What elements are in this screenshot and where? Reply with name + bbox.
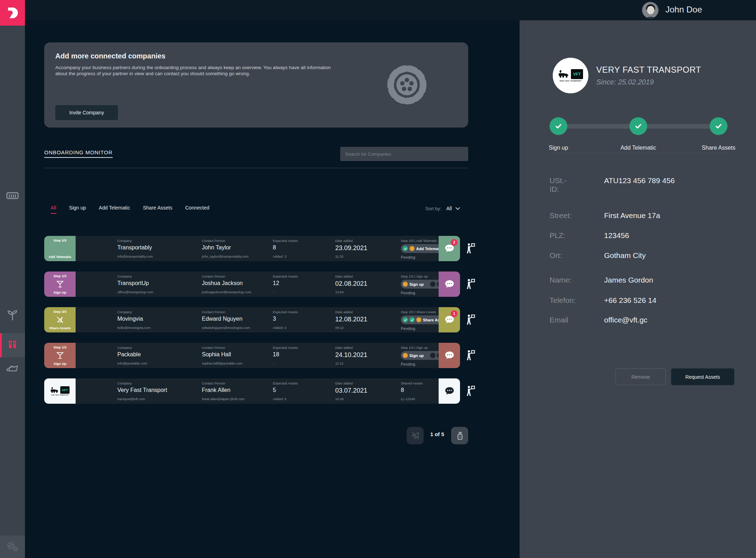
column-label-contact: Contact Person <box>202 310 225 314</box>
sidebar-item-trailer[interactable] <box>0 185 25 207</box>
date-value: 24.10.2021 <box>335 351 367 359</box>
martini-icon <box>56 280 64 288</box>
column-label-company: Company <box>117 346 132 350</box>
shared-sub: LL-12345 <box>401 397 415 401</box>
invite-company-button[interactable]: Invite Company <box>55 105 118 120</box>
onboarding-monitor-heading: ONBOARDING MONITOR <box>44 149 113 158</box>
slashed-pen-icon <box>56 316 64 324</box>
step-circle-signup <box>550 117 567 135</box>
company-email: hello@movingvia.com <box>117 326 150 330</box>
invite-card: Add more connected companies Accompany y… <box>44 42 468 128</box>
date-value: 02.08.2021 <box>335 280 367 288</box>
user-avatar[interactable] <box>642 2 659 19</box>
tab-share-assets[interactable]: Share Assets <box>143 205 173 214</box>
progress-pill[interactable]: Share Assets <box>401 315 444 324</box>
contact-email: frank.allen@alpter.@vft.com <box>202 397 245 401</box>
person-sign-icon[interactable] <box>466 386 475 398</box>
app-logo[interactable] <box>0 0 25 26</box>
field-value: ATU123 456 789 456 <box>604 176 675 185</box>
field-value: 123456 <box>604 231 629 240</box>
badge-label: Share Assets <box>49 326 71 330</box>
person-sign-icon[interactable] <box>466 350 475 362</box>
chat-button[interactable]: 1 <box>439 307 460 332</box>
row-body[interactable]: Company Packable info@packable.com Conta… <box>76 343 439 368</box>
field-label: Email <box>550 316 568 324</box>
company-search-input[interactable] <box>340 147 468 161</box>
pending-step-dot <box>430 353 435 358</box>
date-sub: 09:12 <box>335 326 344 330</box>
bottle-icon <box>455 430 464 441</box>
row-body[interactable]: Company Transportably info@transportably… <box>76 236 439 261</box>
done-step-dot <box>409 317 415 322</box>
company-name: Transportably <box>117 244 152 251</box>
date-value: 03.07.2021 <box>335 387 367 394</box>
tab-sign-up[interactable]: Sign up <box>69 205 86 214</box>
vft-abbr: VFT <box>571 69 583 79</box>
progress-pill[interactable]: Add Telematic <box>401 244 444 253</box>
column-label-contact: Contact Person <box>202 381 225 385</box>
remove-button[interactable]: Remove <box>615 368 666 385</box>
invite-card-title: Add more connected companies <box>55 52 165 60</box>
row-body[interactable]: Company Very Fast Transport transport@vf… <box>76 378 439 404</box>
column-label-expected: Expected Assets <box>273 239 298 243</box>
company-name: Very Fast Transport <box>117 387 167 393</box>
step-circle-telematic <box>629 117 647 135</box>
chat-button[interactable] <box>439 343 460 368</box>
column-label-contact: Contact Person <box>202 239 225 243</box>
field-label: USt.-ID: <box>550 176 567 193</box>
company-email: info@transportably.com <box>117 254 153 258</box>
active-step-dot <box>416 317 422 322</box>
sidebar-item-lab[interactable] <box>0 335 25 356</box>
section-divider <box>44 168 468 168</box>
chat-bubble-icon <box>445 351 454 360</box>
truck-icon <box>50 387 60 394</box>
sidebar-item-seedling[interactable] <box>0 305 25 326</box>
person-sign-icon[interactable] <box>466 314 475 327</box>
vft-abbr: VFT <box>60 386 70 394</box>
tab-connected[interactable]: Connected <box>185 205 209 214</box>
column-label-company: Company <box>117 274 132 278</box>
contact-name: Sophia Hall <box>202 351 231 358</box>
next-page-button[interactable] <box>451 427 468 444</box>
chat-bubble-icon <box>445 387 454 396</box>
company-email: transport@vft.com <box>117 397 145 401</box>
user-name: John Doe <box>665 5 702 15</box>
sort-by: Sort by: All <box>374 206 460 211</box>
badge-label: Sign Up <box>53 290 66 294</box>
chat-button[interactable] <box>439 378 460 404</box>
chat-button[interactable] <box>439 272 460 297</box>
pill-label: Sign up <box>409 282 424 286</box>
progress-pill[interactable]: Sign up <box>401 280 444 289</box>
field-label: Street: <box>550 211 572 220</box>
step-label-telematic: Add Telematic <box>620 145 656 151</box>
column-label-expected: Expected Assets <box>273 381 298 385</box>
company-row: Step 1/3 Sign Up Company Packable info@p… <box>44 343 490 368</box>
tab-add-telematic[interactable]: Add Telematic <box>99 205 130 214</box>
expected-value: 5 <box>273 387 276 393</box>
notification-badge: 1 <box>451 310 458 317</box>
progress-pill[interactable]: Sign up <box>401 351 444 360</box>
field-value: Gotham City <box>604 251 646 260</box>
company-details-panel: VFT VERY FAST TRANSPORT VERY FAST TRANSP… <box>520 20 756 558</box>
notification-badge: 2 <box>451 239 458 246</box>
sidebar-item-games[interactable] <box>0 536 25 557</box>
chat-button[interactable]: 2 <box>439 236 460 261</box>
dice-icon <box>6 540 19 552</box>
sort-by-select[interactable]: All <box>446 206 460 211</box>
person-sign-icon[interactable] <box>466 243 475 255</box>
expected-value: 3 <box>273 316 276 322</box>
request-assets-button[interactable]: Request Assets <box>671 368 734 385</box>
badge-step: Step 2/3 <box>53 238 66 242</box>
sidebar-item-oil[interactable] <box>0 358 25 379</box>
date-sub: 11:33 <box>335 254 343 258</box>
person-sign-icon[interactable] <box>466 279 475 291</box>
company-name: TransportUp <box>117 280 149 286</box>
row-body[interactable]: Company Movingvia hello@movingvia.com Co… <box>76 307 439 332</box>
status-pending: Pending <box>401 326 415 331</box>
row-body[interactable]: Company TransportUp office@transportup.c… <box>76 272 439 297</box>
tab-all[interactable]: All <box>51 205 56 214</box>
contact-name: John Taylor <box>202 244 231 251</box>
column-label-expected: Expected Assets <box>273 274 298 278</box>
active-step-dot <box>403 281 408 287</box>
company-name: Movingvia <box>117 316 143 322</box>
